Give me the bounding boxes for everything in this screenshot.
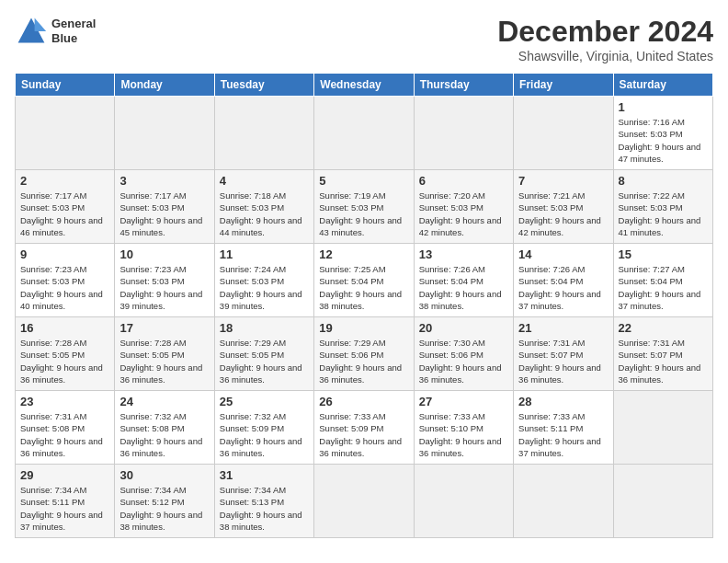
- calendar-cell: 26 Sunrise: 7:33 AM Sunset: 5:09 PM Dayl…: [314, 391, 414, 465]
- calendar-week-1: 2 Sunrise: 7:17 AM Sunset: 5:03 PM Dayli…: [16, 170, 713, 244]
- day-number: 25: [220, 395, 309, 408]
- calendar-cell: [314, 465, 414, 538]
- day-info: Sunrise: 7:30 AM Sunset: 5:06 PM Dayligh…: [419, 337, 508, 385]
- day-info: Sunrise: 7:28 AM Sunset: 5:05 PM Dayligh…: [20, 337, 109, 385]
- calendar-header-row: SundayMondayTuesdayWednesdayThursdayFrid…: [16, 74, 713, 97]
- calendar-cell: 23 Sunrise: 7:31 AM Sunset: 5:08 PM Dayl…: [16, 391, 115, 465]
- day-info: Sunrise: 7:17 AM Sunset: 5:03 PM Dayligh…: [20, 190, 109, 238]
- calendar-cell: 2 Sunrise: 7:17 AM Sunset: 5:03 PM Dayli…: [16, 170, 115, 244]
- calendar-cell: [414, 97, 513, 170]
- day-number: 27: [419, 395, 508, 408]
- calendar-cell: 4 Sunrise: 7:18 AM Sunset: 5:03 PM Dayli…: [214, 170, 313, 244]
- calendar-cell: 30 Sunrise: 7:34 AM Sunset: 5:12 PM Dayl…: [115, 465, 214, 538]
- day-info: Sunrise: 7:26 AM Sunset: 5:04 PM Dayligh…: [518, 263, 608, 312]
- day-number: 11: [220, 247, 309, 261]
- day-number: 30: [119, 468, 209, 482]
- day-info: Sunrise: 7:31 AM Sunset: 5:07 PM Dayligh…: [619, 337, 708, 385]
- day-info: Sunrise: 7:29 AM Sunset: 5:05 PM Dayligh…: [220, 337, 309, 385]
- day-info: Sunrise: 7:23 AM Sunset: 5:03 PM Dayligh…: [119, 263, 209, 312]
- calendar-cell: 27 Sunrise: 7:33 AM Sunset: 5:10 PM Dayl…: [414, 391, 513, 465]
- logo-line2: Blue: [51, 31, 96, 46]
- logo-line1: General: [51, 17, 96, 31]
- day-number: 1: [619, 100, 708, 114]
- day-number: 2: [20, 174, 109, 188]
- day-header-saturday: Saturday: [613, 74, 712, 97]
- day-number: 24: [119, 395, 209, 408]
- day-number: 5: [319, 174, 408, 188]
- logo: General Blue: [15, 15, 96, 48]
- calendar-week-2: 9 Sunrise: 7:23 AM Sunset: 5:03 PM Dayli…: [16, 244, 713, 317]
- day-number: 16: [20, 321, 109, 335]
- day-number: 26: [319, 395, 408, 408]
- calendar-cell: 20 Sunrise: 7:30 AM Sunset: 5:06 PM Dayl…: [414, 317, 513, 391]
- day-info: Sunrise: 7:24 AM Sunset: 5:03 PM Dayligh…: [220, 263, 309, 312]
- day-number: 13: [419, 247, 508, 261]
- day-info: Sunrise: 7:17 AM Sunset: 5:03 PM Dayligh…: [119, 190, 209, 238]
- calendar-cell: [16, 97, 115, 170]
- calendar-cell: 21 Sunrise: 7:31 AM Sunset: 5:07 PM Dayl…: [514, 317, 613, 391]
- calendar-week-3: 16 Sunrise: 7:28 AM Sunset: 5:05 PM Dayl…: [16, 317, 713, 391]
- day-number: 15: [619, 247, 708, 261]
- day-number: 3: [119, 174, 209, 188]
- day-number: 28: [518, 395, 608, 408]
- day-header-sunday: Sunday: [16, 74, 115, 97]
- calendar-cell: 18 Sunrise: 7:29 AM Sunset: 5:05 PM Dayl…: [214, 317, 313, 391]
- day-info: Sunrise: 7:20 AM Sunset: 5:03 PM Dayligh…: [419, 190, 508, 238]
- calendar-cell: 7 Sunrise: 7:21 AM Sunset: 5:03 PM Dayli…: [514, 170, 613, 244]
- day-info: Sunrise: 7:34 AM Sunset: 5:13 PM Dayligh…: [220, 484, 309, 533]
- day-info: Sunrise: 7:34 AM Sunset: 5:12 PM Dayligh…: [119, 484, 209, 533]
- calendar-cell: [613, 465, 712, 538]
- calendar-cell: [414, 465, 513, 538]
- day-info: Sunrise: 7:28 AM Sunset: 5:05 PM Dayligh…: [119, 337, 209, 385]
- calendar-cell: 9 Sunrise: 7:23 AM Sunset: 5:03 PM Dayli…: [16, 244, 115, 317]
- calendar-cell: [514, 465, 613, 538]
- day-info: Sunrise: 7:31 AM Sunset: 5:07 PM Dayligh…: [518, 337, 608, 385]
- day-number: 23: [20, 395, 109, 408]
- day-info: Sunrise: 7:22 AM Sunset: 5:03 PM Dayligh…: [619, 190, 708, 238]
- day-info: Sunrise: 7:34 AM Sunset: 5:11 PM Dayligh…: [20, 484, 109, 533]
- calendar-cell: [613, 391, 712, 465]
- location-title: Shawsville, Virginia, United States: [497, 49, 713, 63]
- calendar-cell: 5 Sunrise: 7:19 AM Sunset: 5:03 PM Dayli…: [314, 170, 414, 244]
- svg-marker-1: [35, 18, 47, 31]
- day-info: Sunrise: 7:33 AM Sunset: 5:10 PM Dayligh…: [419, 410, 508, 459]
- day-number: 31: [220, 468, 309, 482]
- month-title: December 2024: [497, 15, 713, 49]
- day-header-thursday: Thursday: [414, 74, 513, 97]
- calendar-week-4: 23 Sunrise: 7:31 AM Sunset: 5:08 PM Dayl…: [16, 391, 713, 465]
- day-number: 29: [20, 468, 109, 482]
- calendar-cell: 12 Sunrise: 7:25 AM Sunset: 5:04 PM Dayl…: [314, 244, 414, 317]
- day-header-monday: Monday: [115, 74, 214, 97]
- day-number: 21: [518, 321, 608, 335]
- day-info: Sunrise: 7:16 AM Sunset: 5:03 PM Dayligh…: [619, 116, 708, 165]
- title-block: December 2024 Shawsville, Virginia, Unit…: [497, 15, 713, 63]
- day-info: Sunrise: 7:29 AM Sunset: 5:06 PM Dayligh…: [319, 337, 408, 385]
- day-number: 20: [419, 321, 508, 335]
- calendar-cell: 14 Sunrise: 7:26 AM Sunset: 5:04 PM Dayl…: [514, 244, 613, 317]
- day-info: Sunrise: 7:33 AM Sunset: 5:11 PM Dayligh…: [518, 410, 608, 459]
- calendar-table: SundayMondayTuesdayWednesdayThursdayFrid…: [15, 73, 713, 538]
- calendar-cell: 17 Sunrise: 7:28 AM Sunset: 5:05 PM Dayl…: [115, 317, 214, 391]
- calendar-cell: [514, 97, 613, 170]
- calendar-cell: 16 Sunrise: 7:28 AM Sunset: 5:05 PM Dayl…: [16, 317, 115, 391]
- calendar-cell: 22 Sunrise: 7:31 AM Sunset: 5:07 PM Dayl…: [613, 317, 712, 391]
- calendar-cell: 15 Sunrise: 7:27 AM Sunset: 5:04 PM Dayl…: [613, 244, 712, 317]
- day-info: Sunrise: 7:26 AM Sunset: 5:04 PM Dayligh…: [419, 263, 508, 312]
- calendar-cell: 31 Sunrise: 7:34 AM Sunset: 5:13 PM Dayl…: [214, 465, 313, 538]
- day-number: 8: [619, 174, 708, 188]
- calendar-cell: 6 Sunrise: 7:20 AM Sunset: 5:03 PM Dayli…: [414, 170, 513, 244]
- day-header-wednesday: Wednesday: [314, 74, 414, 97]
- calendar-cell: 25 Sunrise: 7:32 AM Sunset: 5:09 PM Dayl…: [214, 391, 313, 465]
- calendar-cell: 29 Sunrise: 7:34 AM Sunset: 5:11 PM Dayl…: [16, 465, 115, 538]
- day-number: 17: [119, 321, 209, 335]
- day-number: 14: [518, 247, 608, 261]
- calendar-week-0: 1 Sunrise: 7:16 AM Sunset: 5:03 PM Dayli…: [16, 97, 713, 170]
- calendar-cell: [115, 97, 214, 170]
- day-number: 19: [319, 321, 408, 335]
- day-info: Sunrise: 7:25 AM Sunset: 5:04 PM Dayligh…: [319, 263, 408, 312]
- day-number: 10: [119, 247, 209, 261]
- day-info: Sunrise: 7:31 AM Sunset: 5:08 PM Dayligh…: [20, 410, 109, 459]
- calendar-week-5: 29 Sunrise: 7:34 AM Sunset: 5:11 PM Dayl…: [16, 465, 713, 538]
- calendar-cell: 19 Sunrise: 7:29 AM Sunset: 5:06 PM Dayl…: [314, 317, 414, 391]
- day-info: Sunrise: 7:32 AM Sunset: 5:08 PM Dayligh…: [119, 410, 209, 459]
